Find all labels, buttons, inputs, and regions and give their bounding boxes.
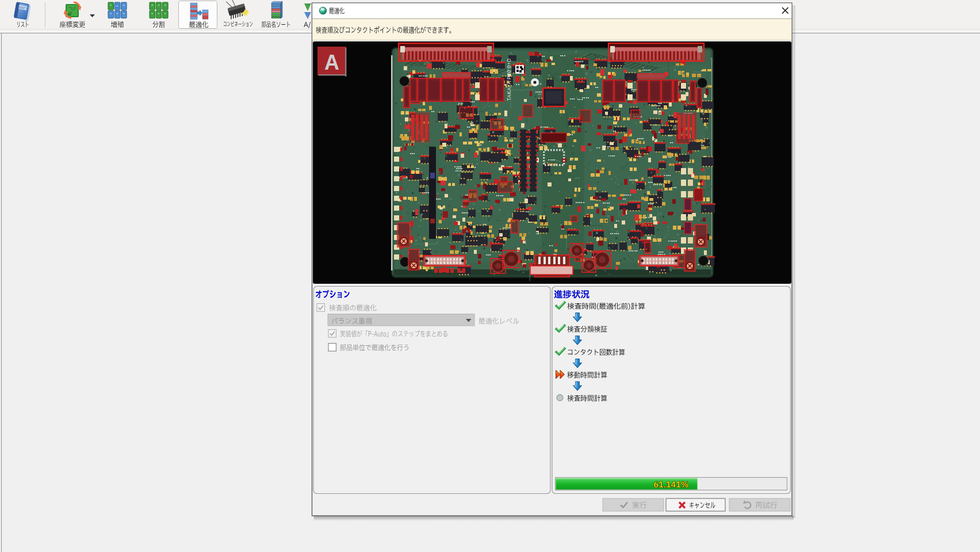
svg-text:A: A <box>324 51 339 74</box>
svg-text:TAKAYA P20 0+D: TAKAYA P20 0+D <box>506 58 512 101</box>
